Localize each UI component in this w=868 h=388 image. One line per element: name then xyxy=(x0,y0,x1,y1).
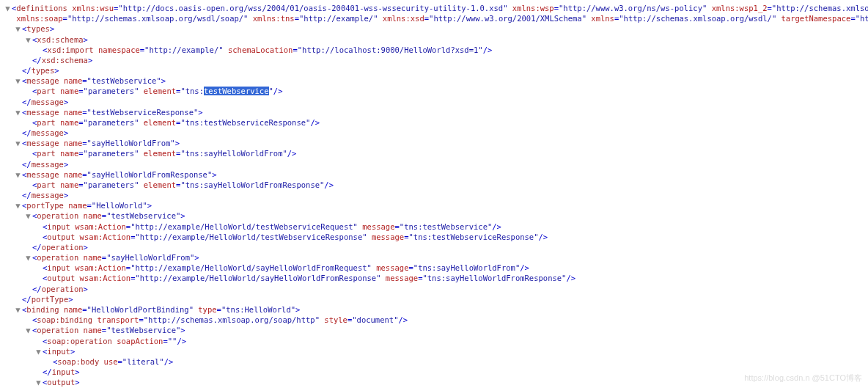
node-soap-body[interactable]: <soap:body use="literal"/> xyxy=(4,356,864,367)
node-xsd-schema[interactable]: ▼<xsd:schema> xyxy=(4,34,864,45)
node-input[interactable]: <input wsam:Action="http://example/Hello… xyxy=(4,222,864,232)
toggle-icon[interactable]: ▼ xyxy=(25,34,32,45)
node-input[interactable]: ▼<input> xyxy=(4,346,864,356)
toggle-icon[interactable]: ▼ xyxy=(15,107,21,117)
node-soap-operation[interactable]: <soap:operation soapAction=""/> xyxy=(4,336,864,346)
node-message-close[interactable]: </message> xyxy=(4,190,864,200)
toggle-icon[interactable]: ▼ xyxy=(25,325,32,335)
node-output[interactable]: <output wsam:Action="http://example/Hell… xyxy=(4,232,864,242)
node-operation[interactable]: ▼<operation name="testWebservice"> xyxy=(4,211,864,221)
toggle-icon[interactable]: ▼ xyxy=(25,211,32,221)
node-input-close[interactable]: </input> xyxy=(4,367,864,377)
node-part[interactable]: <part name="parameters" element="tns:tes… xyxy=(4,86,864,96)
toggle-icon[interactable]: ▼ xyxy=(15,169,21,180)
node-binding[interactable]: ▼<binding name="HelloWorldPortBinding" t… xyxy=(4,304,864,315)
toggle-icon[interactable]: ▼ xyxy=(15,200,21,211)
node-operation-close[interactable]: </operation> xyxy=(4,284,864,294)
node-xsd-import[interactable]: <xsd:import namespace="http://example/" … xyxy=(4,45,864,55)
node-types-close[interactable]: </types> xyxy=(4,65,864,76)
node-definitions-cont[interactable]: xmlns:soap="http://schemas.xmlsoap.org/w… xyxy=(4,13,864,23)
toggle-icon[interactable]: ▼ xyxy=(15,138,21,148)
node-soap-binding[interactable]: <soap:binding transport="http://schemas.… xyxy=(4,315,864,325)
node-message[interactable]: ▼<message name="sayHelloWorldFrom"> xyxy=(4,138,864,148)
node-operation[interactable]: ▼<operation name="sayHelloWorldFrom"> xyxy=(4,252,864,263)
toggle-icon[interactable]: ▼ xyxy=(15,304,21,315)
node-part[interactable]: <part name="parameters" element="tns:say… xyxy=(4,180,864,190)
node-message[interactable]: ▼<message name="testWebservice"> xyxy=(4,76,864,86)
node-definitions[interactable]: ▼<definitions xmlns:wsu="http://docs.oas… xyxy=(4,3,864,13)
node-output[interactable]: ▼<output> xyxy=(4,377,864,387)
toggle-icon[interactable]: ▼ xyxy=(35,377,42,387)
node-message[interactable]: ▼<message name="testWebserviceResponse"> xyxy=(4,107,864,117)
xml-tree-viewer: ▼<definitions xmlns:wsu="http://docs.oas… xyxy=(0,0,868,388)
toggle-icon[interactable]: ▼ xyxy=(4,3,11,13)
node-portType-close[interactable]: </portType> xyxy=(4,294,864,304)
toggle-icon[interactable]: ▼ xyxy=(15,76,21,86)
node-part[interactable]: <part name="parameters" element="tns:say… xyxy=(4,148,864,158)
node-operation[interactable]: ▼<operation name="testWebservice"> xyxy=(4,325,864,335)
node-xsd-schema-close[interactable]: </xsd:schema> xyxy=(4,55,864,65)
node-input[interactable]: <input wsam:Action="http://example/Hello… xyxy=(4,263,864,273)
node-message[interactable]: ▼<message name="sayHelloWorldFromRespons… xyxy=(4,169,864,180)
node-types[interactable]: ▼<types> xyxy=(4,23,864,34)
node-portType[interactable]: ▼<portType name="HelloWorld"> xyxy=(4,200,864,211)
node-part[interactable]: <part name="parameters" element="tns:tes… xyxy=(4,117,864,128)
toggle-icon[interactable]: ▼ xyxy=(35,346,42,356)
node-output[interactable]: <output wsam:Action="http://example/Hell… xyxy=(4,273,864,283)
toggle-icon[interactable]: ▼ xyxy=(15,23,21,34)
node-message-close[interactable]: </message> xyxy=(4,97,864,107)
toggle-icon[interactable]: ▼ xyxy=(25,252,32,263)
node-message-close[interactable]: </message> xyxy=(4,128,864,138)
node-message-close[interactable]: </message> xyxy=(4,159,864,169)
node-operation-close[interactable]: </operation> xyxy=(4,242,864,252)
